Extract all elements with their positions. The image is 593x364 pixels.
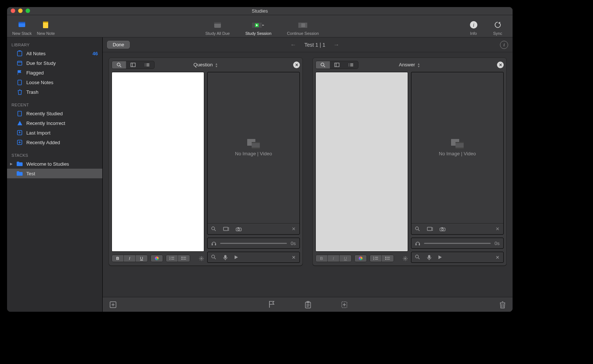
- sidebar-stack-welcome[interactable]: ▶ Welcome to Studies: [7, 159, 102, 169]
- bullet-list-icon[interactable]: [382, 255, 394, 262]
- media-search-icon[interactable]: [211, 226, 216, 232]
- study-session-button[interactable]: Study Session: [245, 19, 271, 36]
- answer-format-gear-icon[interactable]: [402, 256, 408, 261]
- audio-clear-icon[interactable]: ✕: [496, 255, 500, 260]
- prev-note-button[interactable]: ←: [290, 42, 296, 48]
- note-position-label: Test 1 | 1: [304, 42, 325, 48]
- media-search-icon[interactable]: [415, 226, 420, 232]
- clipboard-button[interactable]: [305, 301, 311, 308]
- chevron-updown-icon[interactable]: ▲▼: [215, 63, 218, 68]
- svg-line-63: [324, 66, 325, 67]
- question-audio-track[interactable]: [220, 243, 287, 244]
- answer-format-biu[interactable]: B I U: [315, 255, 352, 262]
- numbered-list-icon[interactable]: 12: [370, 255, 382, 262]
- media-screen-icon[interactable]: [427, 227, 433, 231]
- color-swatch-icon[interactable]: [151, 255, 163, 262]
- close-window-button[interactable]: [11, 9, 15, 13]
- question-close-button[interactable]: ✕: [293, 62, 300, 68]
- media-clear-icon[interactable]: ✕: [292, 226, 296, 232]
- question-format-gear-icon[interactable]: [199, 256, 204, 261]
- question-title[interactable]: Question: [193, 62, 213, 67]
- segment-list-icon[interactable]: [140, 61, 154, 69]
- answer-audio-track[interactable]: [424, 243, 491, 244]
- answer-close-button[interactable]: ✕: [497, 62, 504, 68]
- answer-view-segment[interactable]: [315, 61, 358, 69]
- question-format-biu[interactable]: B I U: [112, 255, 148, 262]
- answer-color-button[interactable]: [354, 255, 367, 262]
- bold-button[interactable]: B: [316, 255, 328, 262]
- continue-session-button[interactable]: Continue Session: [287, 19, 319, 36]
- sidebar-item-flagged[interactable]: Flagged: [7, 68, 102, 77]
- sidebar-item-recently-added[interactable]: Recently Added: [7, 138, 102, 147]
- sidebar-item-due-for-study[interactable]: Due for Study: [7, 58, 102, 68]
- media-camera-icon[interactable]: [440, 227, 445, 231]
- sidebar-stack-test[interactable]: Test: [7, 169, 102, 178]
- svg-rect-87: [427, 227, 432, 231]
- new-note-label: New Note: [37, 31, 55, 36]
- study-all-due-label: Study All Due: [205, 31, 230, 36]
- answer-text-editor[interactable]: [315, 72, 408, 252]
- svg-rect-84: [455, 148, 464, 149]
- info-button[interactable]: i Info: [470, 19, 478, 36]
- media-clear-icon[interactable]: ✕: [496, 226, 500, 232]
- svg-rect-48: [252, 142, 260, 143]
- bullet-list-icon[interactable]: [178, 255, 190, 262]
- add-side-button[interactable]: [341, 301, 348, 308]
- media-camera-icon[interactable]: [236, 227, 242, 231]
- segment-search-icon[interactable]: [316, 61, 330, 69]
- numbered-list-icon[interactable]: 12: [166, 255, 178, 262]
- media-screen-icon[interactable]: [223, 227, 229, 231]
- chevron-updown-icon[interactable]: ▲▼: [417, 63, 420, 68]
- sidebar-item-all-notes[interactable]: All Notes 46: [7, 49, 102, 58]
- underline-button[interactable]: U: [136, 255, 148, 262]
- audio-clear-icon[interactable]: ✕: [292, 255, 296, 260]
- sidebar-item-label: Recently Incorrect: [26, 120, 65, 126]
- underline-button[interactable]: U: [339, 255, 351, 262]
- question-view-segment[interactable]: [112, 61, 155, 69]
- flag-note-button[interactable]: [268, 301, 275, 308]
- titlebar: Studies: [7, 7, 513, 15]
- audio-search-icon[interactable]: [211, 255, 216, 260]
- study-all-due-button[interactable]: Study All Due: [205, 19, 230, 36]
- bold-button[interactable]: B: [112, 255, 124, 262]
- add-note-button[interactable]: [109, 301, 117, 308]
- zoom-window-button[interactable]: [26, 9, 30, 13]
- italic-button[interactable]: I: [124, 255, 136, 262]
- stack-icon: [18, 21, 26, 29]
- svg-point-58: [212, 255, 215, 258]
- audio-search-icon[interactable]: [415, 255, 420, 260]
- answer-title[interactable]: Answer: [399, 62, 415, 67]
- minimize-window-button[interactable]: [18, 9, 23, 13]
- sidebar-item-trash[interactable]: Trash: [7, 87, 102, 97]
- sidebar-item-recently-studied[interactable]: Recently Studied: [7, 109, 102, 118]
- color-swatch-icon[interactable]: [355, 255, 367, 262]
- sidebar-item-loose-notes[interactable]: Loose Notes: [7, 77, 102, 87]
- note-info-button[interactable]: i: [500, 41, 508, 49]
- sidebar-item-last-import[interactable]: Last Import: [7, 128, 102, 138]
- segment-layout-icon[interactable]: [330, 61, 344, 69]
- microphone-icon[interactable]: [427, 255, 431, 260]
- next-note-button[interactable]: →: [334, 42, 339, 48]
- new-note-button[interactable]: New Note: [37, 19, 55, 36]
- italic-button[interactable]: I: [328, 255, 339, 262]
- play-icon[interactable]: [234, 255, 238, 259]
- question-list-buttons[interactable]: 12: [166, 255, 190, 262]
- play-icon[interactable]: [438, 255, 442, 259]
- segment-list-icon[interactable]: [344, 61, 358, 69]
- segment-search-icon[interactable]: [112, 61, 126, 69]
- folder-icon: [17, 161, 23, 167]
- microphone-icon[interactable]: [223, 255, 228, 260]
- new-stack-button[interactable]: New Stack: [12, 19, 32, 36]
- disclosure-triangle-icon[interactable]: ▶: [10, 162, 13, 166]
- delete-note-button[interactable]: [499, 301, 506, 308]
- answer-list-buttons[interactable]: 12: [370, 255, 394, 262]
- sidebar-item-label: Last Import: [26, 130, 50, 136]
- main-area: Done ← Test 1 | 1 → i: [103, 37, 513, 312]
- question-text-editor[interactable]: [112, 72, 204, 252]
- sidebar-item-recently-incorrect[interactable]: Recently Incorrect: [7, 118, 102, 128]
- sync-button[interactable]: Sync: [493, 19, 502, 36]
- question-color-button[interactable]: [150, 255, 163, 262]
- done-button[interactable]: Done: [107, 41, 130, 49]
- svg-rect-29: [131, 63, 135, 67]
- segment-layout-icon[interactable]: [126, 61, 140, 69]
